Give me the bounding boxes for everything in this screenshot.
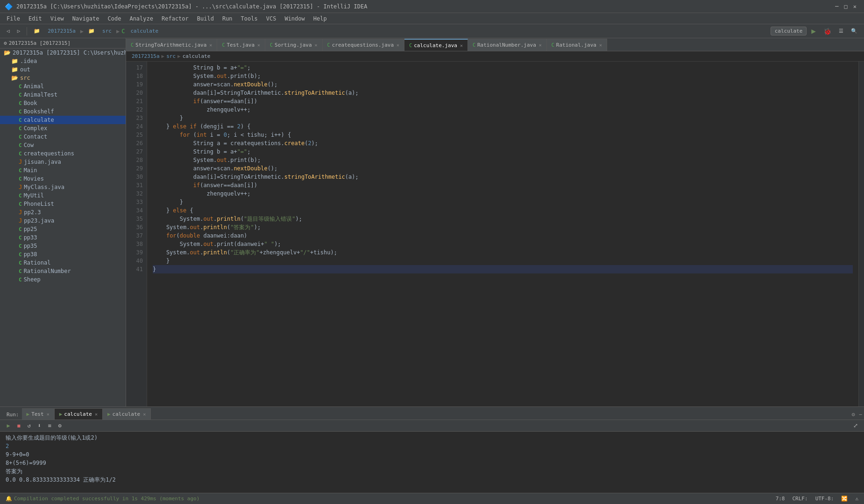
tab-createquestionsjava[interactable]: Ccreatequestions.java✕ — [323, 39, 405, 51]
toolbar-project-name[interactable]: 20172315a — [45, 27, 78, 35]
project-header[interactable]: ⚙ 20172315a [20172315] — [0, 38, 126, 49]
tree-item-MyClassjava[interactable]: JMyClass.java — [0, 183, 126, 191]
menu-item-run[interactable]: Run — [219, 14, 236, 23]
tree-item-Cow[interactable]: CCow — [0, 141, 126, 149]
minimize-button[interactable]: ─ — [835, 3, 838, 10]
toolbar-run-config-dropdown[interactable]: calculate — [771, 27, 807, 35]
tab-RationalNumberjava[interactable]: CRationalNumber.java✕ — [468, 39, 547, 51]
tab-close-button[interactable]: ✕ — [315, 42, 318, 48]
breadcrumb-src[interactable]: src — [166, 53, 176, 59]
menu-item-window[interactable]: Window — [281, 14, 308, 23]
tab-close-button[interactable]: ✕ — [209, 42, 212, 48]
tree-item-20172315a20172315CUsershuzhit[interactable]: 📂20172315a [20172315] C:\Users\huzhit — [0, 49, 126, 57]
run-filter-button[interactable]: ≡ — [45, 421, 54, 430]
run-stop-button[interactable]: ◼ — [14, 421, 23, 430]
tree-item-pp23[interactable]: Jpp2.3 — [0, 208, 126, 217]
run-expand-button[interactable]: ⤢ — [851, 421, 860, 430]
tree-item-calculate[interactable]: Ccalculate — [0, 116, 126, 124]
tree-item-label: Main — [24, 167, 37, 174]
tree-item-AnimalTest[interactable]: CAnimalTest — [0, 91, 126, 99]
tab-close-button[interactable]: ✕ — [397, 42, 399, 48]
run-settings2-button[interactable]: ⚙ — [55, 421, 64, 430]
tab-Testjava[interactable]: CTest.java✕ — [217, 39, 265, 51]
code-content[interactable]: 1718192021222324252627282930313233343536… — [126, 62, 864, 406]
tab-close-button[interactable]: ✕ — [539, 42, 542, 48]
tree-item-Movies[interactable]: CMovies — [0, 175, 126, 183]
line-number: 33 — [130, 198, 143, 206]
tree-item-Bookshelf[interactable]: CBookshelf — [0, 107, 126, 116]
maximize-button[interactable]: □ — [844, 3, 848, 10]
tree-item-pp38[interactable]: Cpp38 — [0, 250, 126, 259]
console-line: 2 — [6, 442, 858, 450]
tree-item-Complex[interactable]: CComplex — [0, 124, 126, 133]
tree-item-pp23java[interactable]: Jpp23.java — [0, 217, 126, 225]
toolbar-debug-button[interactable]: 🐞 — [821, 27, 834, 36]
run-tab-calculate1[interactable]: ▶ calculate ✕ — [55, 408, 103, 420]
breadcrumb-item[interactable]: 20172315a — [132, 53, 160, 59]
tree-item-PhoneList[interactable]: CPhoneList — [0, 200, 126, 208]
tab-close-button[interactable]: ✕ — [257, 42, 260, 48]
tree-item-pp35[interactable]: Cpp35 — [0, 242, 126, 250]
tree-item-Rational[interactable]: CRational — [0, 259, 126, 267]
run-tab-test-close[interactable]: ✕ — [47, 412, 50, 417]
toolbar-search-button[interactable]: 🔍 — [848, 27, 860, 35]
tab-close-button[interactable]: ✕ — [460, 43, 463, 48]
toolbar-src[interactable]: 📁 — [85, 27, 98, 35]
menu-item-refactor[interactable]: Refactor — [158, 14, 192, 23]
run-settings-icon[interactable]: ⚙ — [850, 409, 857, 420]
tab-calculatejava[interactable]: Ccalculate.java✕ — [404, 39, 468, 51]
toolbar-run-button[interactable]: ▶ — [808, 26, 819, 36]
run-play-button[interactable]: ▶ — [4, 421, 13, 430]
run-tab-calc1-close[interactable]: ✕ — [95, 412, 98, 417]
menu-item-help[interactable]: Help — [310, 14, 331, 23]
toolbar-back[interactable]: ◁ — [4, 27, 13, 35]
menu-item-build[interactable]: Build — [193, 14, 218, 23]
run-scroll-button[interactable]: ⬇ — [35, 421, 44, 430]
tab-Rationaljava[interactable]: CRational.java✕ — [547, 39, 607, 51]
tab-close-button[interactable]: ✕ — [599, 42, 602, 48]
tree-item-label: Sheep — [24, 276, 41, 283]
tree-item-src[interactable]: 📂src — [0, 74, 126, 82]
tree-item-Book[interactable]: CBook — [0, 99, 126, 107]
toolbar-src-label[interactable]: src — [99, 27, 114, 35]
tree-item-Animal[interactable]: CAnimal — [0, 82, 126, 91]
menu-item-vcs[interactable]: VCS — [262, 14, 280, 23]
menu-item-analyze[interactable]: Analyze — [126, 14, 157, 23]
tree-item-out[interactable]: 📁out — [0, 65, 126, 74]
status-position[interactable]: 7:8 — [776, 496, 785, 502]
tree-item-MyUtil[interactable]: CMyUtil — [0, 191, 126, 200]
tree-item-RationalNumber[interactable]: CRationalNumber — [0, 267, 126, 275]
tree-item-Main[interactable]: CMain — [0, 166, 126, 175]
run-tab-test[interactable]: ▶ Test ✕ — [22, 408, 55, 420]
breadcrumb-file[interactable]: calculate — [183, 53, 211, 59]
tree-item-jisuanjava[interactable]: Jjisuan.java — [0, 158, 126, 166]
toolbar-project[interactable]: 📁 — [31, 27, 43, 35]
tree-item-Sheep[interactable]: CSheep — [0, 275, 126, 284]
menu-item-file[interactable]: File — [3, 14, 24, 23]
toolbar-coverage-button[interactable]: ☰ — [836, 27, 846, 35]
run-tab-calculate2[interactable]: ▶ calculate ✕ — [103, 408, 151, 420]
tree-item-pp33[interactable]: Cpp33 — [0, 233, 126, 242]
tab-Sortingjava[interactable]: CSorting.java✕ — [265, 39, 323, 51]
menu-item-navigate[interactable]: Navigate — [69, 14, 103, 23]
toolbar-file-label[interactable]: calculate — [127, 27, 161, 35]
menu-item-view[interactable]: View — [47, 14, 68, 23]
run-tab-calc2-close[interactable]: ✕ — [143, 412, 146, 417]
status-encoding[interactable]: UTF-8: — [815, 496, 834, 502]
tree-item-createquestions[interactable]: Ccreatequestions — [0, 149, 126, 158]
menu-item-code[interactable]: Code — [104, 14, 125, 23]
status-line-ending[interactable]: CRLF: — [793, 496, 808, 502]
class-icon: C — [19, 100, 22, 106]
tree-item-idea[interactable]: 📁.idea — [0, 57, 126, 65]
run-rerun-button[interactable]: ↺ — [24, 421, 34, 430]
tab-StringToArithmeticjava[interactable]: CStringToArithmetic.java✕ — [126, 39, 217, 51]
tree-item-pp25[interactable]: Cpp25 — [0, 225, 126, 233]
run-minimize-icon[interactable]: − — [857, 409, 864, 420]
menu-item-edit[interactable]: Edit — [25, 14, 46, 23]
class-icon: C — [19, 268, 22, 274]
close-button[interactable]: ✕ — [853, 3, 857, 10]
tree-item-Contact[interactable]: CContact — [0, 133, 126, 141]
toolbar-forward[interactable]: ▷ — [14, 27, 23, 35]
menu-item-tools[interactable]: Tools — [237, 14, 262, 23]
code-area[interactable]: String b = a+"="; System.out.print(b); a… — [147, 62, 858, 406]
